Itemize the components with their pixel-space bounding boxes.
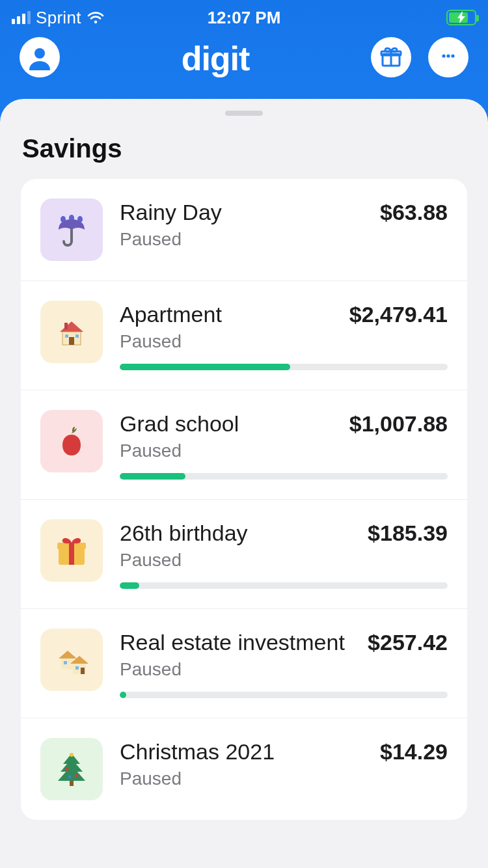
- goal-progress: [120, 364, 448, 370]
- goal-body: Christmas 2021$14.29Paused: [120, 738, 448, 789]
- gift-icon: [40, 519, 103, 582]
- goal-name: Apartment: [120, 302, 222, 327]
- profile-button[interactable]: [20, 37, 60, 77]
- goal-status: Paused: [120, 768, 448, 789]
- svg-point-30: [70, 753, 74, 757]
- savings-goal-row[interactable]: Real estate investment$257.42Paused: [21, 609, 467, 718]
- app-name: digit: [182, 40, 250, 77]
- status-bar: Sprint 12:07 PM: [0, 0, 488, 29]
- goal-progress: [120, 692, 448, 698]
- goal-progress: [120, 582, 448, 589]
- svg-point-31: [66, 768, 69, 771]
- svg-marker-19: [59, 651, 77, 658]
- svg-rect-13: [65, 334, 68, 338]
- svg-rect-24: [75, 666, 79, 670]
- svg-rect-21: [64, 661, 67, 664]
- goal-progress: [120, 473, 448, 480]
- houses-icon: [40, 629, 103, 691]
- goal-status: Paused: [120, 659, 448, 680]
- goal-status: Paused: [120, 331, 448, 352]
- svg-point-6: [451, 54, 454, 57]
- content-sheet: Savings Rainy Day$63.88PausedApartment$2…: [0, 99, 488, 868]
- signal-icon: [12, 11, 31, 24]
- battery-icon: [446, 10, 476, 25]
- savings-goals-card: Rainy Day$63.88PausedApartment$2,479.41P…: [21, 179, 467, 820]
- gift-button[interactable]: [371, 37, 411, 77]
- sheet-grabber[interactable]: [225, 111, 263, 116]
- section-title: Savings: [0, 134, 488, 179]
- goal-name: Real estate investment: [120, 630, 345, 655]
- svg-point-33: [68, 776, 72, 779]
- app-logo: digit: [182, 39, 250, 78]
- goal-body: 26th birthday$185.39Paused: [120, 519, 448, 589]
- svg-rect-25: [81, 668, 85, 674]
- goal-amount: $14.29: [380, 739, 448, 765]
- umbrella-icon: [40, 198, 103, 261]
- savings-goal-row[interactable]: Rainy Day$63.88Paused: [21, 179, 467, 281]
- goal-body: Apartment$2,479.41Paused: [120, 301, 448, 370]
- goal-name: Christmas 2021: [120, 739, 275, 765]
- goal-body: Real estate investment$257.42Paused: [120, 629, 448, 698]
- apple-icon: [40, 410, 103, 472]
- svg-marker-28: [58, 765, 85, 781]
- goal-amount: $2,479.41: [349, 302, 448, 327]
- goal-amount: $1,007.88: [349, 411, 448, 437]
- goal-status: Paused: [120, 229, 448, 250]
- tree-icon: [40, 738, 103, 800]
- wifi-icon: [87, 10, 105, 25]
- savings-goal-row[interactable]: 26th birthday$185.39Paused: [21, 500, 467, 609]
- svg-point-32: [75, 774, 78, 778]
- goal-body: Grad school$1,007.88Paused: [120, 410, 448, 480]
- goal-body: Rainy Day$63.88Paused: [120, 198, 448, 250]
- savings-goal-row[interactable]: Christmas 2021$14.29Paused: [21, 718, 467, 820]
- goal-amount: $185.39: [368, 521, 448, 546]
- chat-button[interactable]: [428, 37, 468, 77]
- goal-amount: $63.88: [380, 200, 448, 225]
- goal-name: 26th birthday: [120, 521, 248, 546]
- svg-rect-15: [64, 323, 68, 329]
- goal-status: Paused: [120, 441, 448, 461]
- svg-point-4: [442, 54, 445, 57]
- savings-goal-row[interactable]: Grad school$1,007.88Paused: [21, 390, 467, 500]
- house-icon: [40, 301, 103, 363]
- carrier-label: Sprint: [36, 8, 81, 28]
- svg-rect-14: [75, 334, 79, 338]
- goal-status: Paused: [120, 550, 448, 571]
- svg-marker-10: [60, 321, 83, 332]
- clock: 12:07 PM: [208, 8, 281, 28]
- svg-rect-29: [70, 781, 74, 786]
- goal-name: Grad school: [120, 411, 239, 437]
- status-left: Sprint: [12, 8, 105, 28]
- status-right: [446, 10, 476, 25]
- goal-amount: $257.42: [368, 630, 448, 655]
- svg-rect-18: [69, 543, 74, 565]
- svg-point-5: [446, 54, 450, 57]
- svg-rect-12: [69, 337, 74, 345]
- goal-name: Rainy Day: [120, 200, 222, 225]
- savings-goal-row[interactable]: Apartment$2,479.41Paused: [21, 281, 467, 390]
- svg-point-0: [34, 48, 45, 59]
- nav-row: digit: [0, 29, 488, 78]
